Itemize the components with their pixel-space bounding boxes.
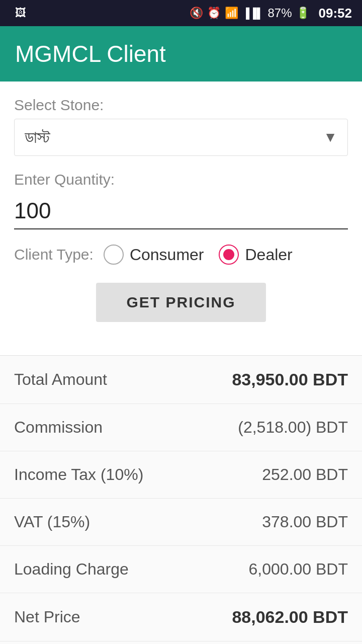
result-value: 378.00 BDT [262, 513, 348, 531]
result-label: Income Tax (10%) [14, 465, 143, 484]
status-bar: 🖼 🔇 ⏰ 📶 ▐▐▌ 87% 🔋 09:52 [0, 0, 362, 26]
dealer-radio-inner [223, 249, 234, 260]
quantity-section: Enter Quantity: [14, 171, 348, 229]
result-value: 88,062.00 BDT [232, 607, 348, 627]
status-time: 09:52 [319, 6, 352, 21]
quantity-label: Enter Quantity: [14, 171, 348, 188]
result-row: Total Amount83,950.00 BDT [0, 356, 362, 404]
client-type-section: Client Type: Consumer Dealer [14, 245, 348, 265]
mute-icon: 🔇 [190, 7, 203, 20]
result-value: 252.00 BDT [262, 465, 348, 484]
result-label: Net Price [14, 608, 80, 626]
gallery-icon: 🖼 [15, 7, 26, 20]
result-value: 6,000.00 BDT [249, 560, 348, 579]
result-value: 83,950.00 BDT [232, 370, 348, 389]
result-label: VAT (15%) [14, 513, 90, 531]
get-pricing-button[interactable]: GET PRICING [96, 283, 265, 322]
result-row: Rate10.00 USD / Metric [0, 641, 362, 644]
result-label: Total Amount [14, 370, 107, 389]
consumer-radio-option[interactable]: Consumer [104, 245, 204, 265]
result-label: Commission [14, 418, 103, 437]
result-label: Loading Charge [14, 560, 129, 579]
stone-dropdown[interactable]: ডাস্ট ▼ [14, 119, 348, 156]
signal-icon: ▐▐▌ [242, 8, 264, 19]
chevron-down-icon: ▼ [323, 129, 337, 145]
dealer-radio-option[interactable]: Dealer [219, 245, 292, 265]
select-stone-section: Select Stone: ডাস্ট ▼ [14, 97, 348, 156]
client-type-label: Client Type: [14, 246, 94, 263]
select-stone-label: Select Stone: [14, 97, 348, 114]
result-value: (2,518.00) BDT [238, 418, 348, 437]
battery-icon: 🔋 [296, 7, 310, 20]
status-left-icons: 🖼 [10, 7, 185, 20]
result-row: VAT (15%)378.00 BDT [0, 499, 362, 546]
app-title: MGMCL Client [15, 40, 166, 67]
app-bar: MGMCL Client [0, 26, 362, 82]
result-row: Commission(2,518.00) BDT [0, 404, 362, 451]
status-icons: 🔇 ⏰ 📶 ▐▐▌ 87% 🔋 [190, 6, 310, 20]
wifi-icon: 📶 [225, 7, 238, 20]
result-row: Loading Charge6,000.00 BDT [0, 546, 362, 593]
consumer-radio-button[interactable] [104, 245, 124, 265]
results-section: Total Amount83,950.00 BDTCommission(2,51… [0, 355, 362, 644]
content-area: Select Stone: ডাস্ট ▼ Enter Quantity: Cl… [0, 82, 362, 355]
result-row: Income Tax (10%)252.00 BDT [0, 451, 362, 499]
dealer-radio-button[interactable] [219, 245, 239, 265]
consumer-label: Consumer [130, 246, 204, 264]
stone-dropdown-value: ডাস্ট [25, 127, 50, 147]
quantity-input[interactable] [14, 193, 348, 229]
dealer-label: Dealer [245, 246, 292, 264]
radio-group: Consumer Dealer [104, 245, 293, 265]
battery-text: 87% [267, 6, 292, 20]
alarm-icon: ⏰ [207, 7, 221, 20]
result-row: Net Price88,062.00 BDT [0, 593, 362, 641]
